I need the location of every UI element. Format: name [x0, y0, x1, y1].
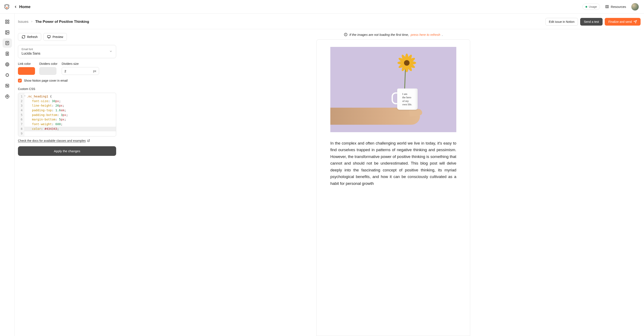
dividers-size-unit: px	[90, 69, 99, 73]
refresh-label: Refresh	[27, 35, 38, 39]
svg-point-0	[6, 5, 6, 6]
resources-link[interactable]: Resources	[605, 5, 626, 9]
form-icon	[5, 73, 10, 77]
breadcrumb-current: The Power of Positive Thinking	[35, 20, 89, 24]
svg-point-23	[6, 96, 8, 97]
svg-point-7	[6, 31, 7, 32]
docs-link[interactable]: Check the docs for available classes and…	[18, 139, 90, 143]
mug-text-2: the hero	[402, 96, 412, 99]
external-link-icon	[87, 139, 90, 142]
dividers-color-swatch[interactable]	[39, 67, 56, 75]
sidebar-forms[interactable]	[2, 70, 12, 80]
sidebar-dashboard[interactable]	[2, 17, 12, 26]
show-cover-label: Show Notion page cover in email	[24, 79, 68, 82]
sidebar-issues[interactable]	[2, 38, 12, 48]
svg-rect-5	[8, 22, 9, 23]
svg-rect-17	[6, 74, 8, 76]
send-test-button[interactable]: Send a test	[580, 18, 602, 25]
refresh-icon	[22, 35, 26, 39]
svg-rect-2	[5, 20, 6, 21]
sidebar-subscribers[interactable]	[2, 49, 12, 58]
sidebar-notion[interactable]	[2, 81, 12, 90]
article-body: In the complex and often challenging wor…	[330, 140, 456, 187]
chevron-left-icon	[14, 5, 18, 9]
target-icon	[5, 62, 10, 67]
usage-pill[interactable]: Usage	[582, 4, 600, 10]
breadcrumb-parent[interactable]: Issues	[18, 20, 28, 24]
app-logo[interactable]	[4, 3, 10, 10]
monitor-icon	[47, 35, 51, 39]
sidebar-settings[interactable]	[2, 92, 12, 101]
svg-rect-3	[8, 20, 9, 21]
gear-icon	[5, 94, 10, 99]
show-cover-checkbox[interactable]	[18, 79, 22, 83]
chevron-right-icon	[30, 20, 33, 24]
book-icon	[605, 5, 609, 9]
svg-point-1	[8, 5, 8, 6]
edit-in-notion-button[interactable]: Edit issue in Notion	[545, 18, 578, 25]
info-suffix: .	[442, 33, 443, 36]
finalize-label: Finalize and send	[608, 20, 632, 23]
svg-point-16	[7, 64, 8, 65]
css-editor[interactable]: 123456789 .nc_heading1 { font-size: 30px…	[18, 93, 116, 137]
send-icon	[634, 20, 637, 23]
custom-css-label: Custom CSS	[18, 87, 138, 91]
breadcrumb: Issues The Power of Positive Thinking	[18, 20, 89, 24]
newspaper-icon	[5, 41, 10, 45]
mug-text-3: of my	[402, 99, 412, 103]
notion-icon	[5, 83, 10, 88]
dividers-size-input-wrap: px	[62, 67, 99, 75]
email-preview: I am the hero of my own life. In the com…	[316, 39, 470, 336]
status-dot-icon	[586, 6, 587, 8]
refresh-images-info: If the images are not loading the first …	[146, 33, 640, 36]
image-icon	[5, 30, 10, 35]
back-button[interactable]: Home	[14, 4, 30, 9]
svg-rect-4	[5, 22, 6, 23]
font-field-value: Lucida Sans	[22, 52, 112, 55]
link-color-swatch[interactable]	[18, 67, 35, 75]
docs-link-label: Check the docs for available classes and…	[18, 139, 86, 143]
mug-text-1: I am	[402, 92, 412, 96]
link-color-label: Link color	[18, 62, 35, 65]
check-icon	[18, 79, 21, 82]
svg-rect-24	[48, 36, 50, 37]
editor-body[interactable]: .nc_heading1 { font-size: 30px; line-hei…	[24, 93, 116, 136]
page-title: Home	[19, 4, 30, 9]
finalize-send-button[interactable]: Finalize and send	[605, 18, 640, 25]
dividers-color-label: Dividers color	[39, 62, 58, 65]
cover-image: I am the hero of my own life.	[330, 47, 456, 132]
refresh-images-link[interactable]: press here to refresh	[410, 33, 440, 36]
chevron-down-icon	[109, 50, 112, 54]
sidebar-analytics[interactable]	[2, 60, 12, 69]
svg-point-13	[6, 53, 8, 54]
preview-label: Preview	[52, 35, 63, 39]
refresh-button[interactable]: Refresh	[18, 33, 41, 41]
usage-label: Usage	[589, 5, 597, 8]
font-field-label: Email font	[22, 48, 112, 51]
avatar[interactable]	[631, 3, 639, 11]
contacts-icon	[5, 51, 10, 56]
mug-text-4: own life.	[402, 103, 412, 106]
svg-point-29	[346, 34, 346, 34]
preview-button[interactable]: Preview	[43, 33, 67, 41]
sidebar-images[interactable]	[2, 28, 12, 37]
dividers-size-label: Dividers size	[62, 62, 99, 65]
info-prefix: If the images are not loading the first …	[349, 33, 409, 36]
apply-changes-button[interactable]: Apply the changes	[18, 146, 116, 156]
grid-icon	[5, 19, 10, 24]
resources-label: Resources	[611, 5, 626, 8]
dividers-size-input[interactable]	[62, 69, 90, 73]
email-font-select[interactable]: Email font Lucida Sans	[18, 45, 116, 58]
info-icon	[344, 33, 348, 36]
editor-gutter: 123456789	[18, 93, 24, 136]
